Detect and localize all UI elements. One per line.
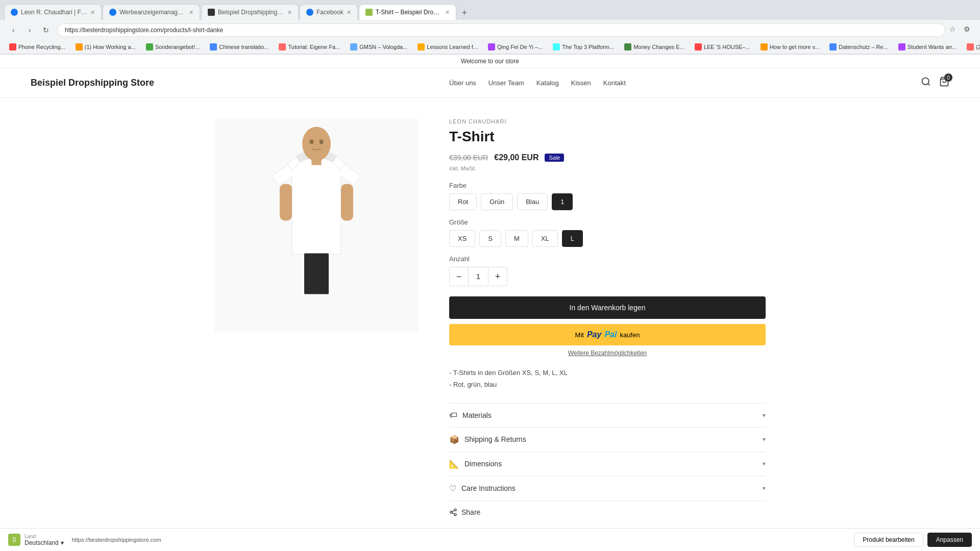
shipping-chevron: ▾ — [763, 436, 766, 443]
search-icon[interactable] — [921, 77, 931, 89]
bookmark-star-icon[interactable]: ☆ — [949, 25, 960, 35]
dimensions-chevron: ▾ — [763, 460, 766, 467]
accordion-dimensions-header[interactable]: 📐 Dimensions ▾ — [449, 452, 766, 476]
bookmark-money[interactable]: Money Changes E... — [621, 42, 688, 52]
edit-product-button[interactable]: Produkt bearbeiten — [854, 533, 923, 547]
tab-5-close[interactable]: ✕ — [445, 9, 450, 16]
tab-1[interactable]: Leon R. Chaudhari | Facebook ✕ — [4, 4, 102, 20]
accordion-shipping-header[interactable]: 📦 Shipping & Returns ▾ — [449, 428, 766, 452]
nav-unser-team[interactable]: Unser Team — [488, 79, 524, 87]
store-logo[interactable]: Beispiel Dropshipping Store — [31, 78, 154, 88]
address-bar: ‹ › ↻ ☆ ⚙ — [0, 20, 980, 40]
color-label: Farbe — [449, 182, 766, 189]
quantity-section: Anzahl − 1 + — [449, 255, 766, 286]
nav-kontakt[interactable]: Kontakt — [603, 79, 626, 87]
size-option-xs[interactable]: XS — [449, 230, 475, 247]
svg-rect-4 — [280, 184, 292, 220]
bookmark-icon — [9, 43, 16, 51]
nav-katalog[interactable]: Katalog — [536, 79, 559, 87]
paypal-mit-label: Mit — [575, 331, 584, 339]
size-option-m[interactable]: M — [505, 230, 528, 247]
size-option-l[interactable]: L — [562, 230, 583, 247]
tab-3-close[interactable]: ✕ — [287, 9, 292, 16]
bookmark-icon — [553, 43, 560, 51]
color-option-rot[interactable]: Rot — [449, 193, 477, 210]
country-selector[interactable]: Deutschland ▾ — [24, 539, 64, 546]
product-bullets: - T-Shirts in den Größen XS, S, M, L, XL… — [449, 367, 766, 391]
tab-5[interactable]: T-Shirt – Beispiel Dropshippin... ✕ — [359, 4, 456, 20]
materials-label: Materials — [462, 411, 492, 419]
tab-4[interactable]: Facebook ✕ — [300, 4, 358, 20]
tab-1-close[interactable]: ✕ — [90, 9, 95, 16]
accordion-materials-header[interactable]: 🏷 Materials ▾ — [449, 404, 766, 427]
tab-2[interactable]: Werbeanzeigemanager – We... ✕ — [103, 4, 200, 20]
color-option-gruen[interactable]: Grün — [481, 193, 513, 210]
color-option-1[interactable]: 1 — [552, 193, 573, 210]
header-icons: 0 — [921, 77, 949, 89]
svg-line-13 — [452, 513, 455, 514]
bullet-2: - Rot, grün, blau — [449, 379, 766, 390]
url-input[interactable] — [57, 23, 945, 37]
share-button[interactable]: Share — [449, 501, 766, 523]
quantity-increase-button[interactable]: + — [488, 267, 507, 286]
quantity-decrease-button[interactable]: − — [450, 267, 468, 286]
bookmark-top3[interactable]: The Top 3 Platform... — [550, 42, 617, 52]
tab-bar: Leon R. Chaudhari | Facebook ✕ Werbeanze… — [0, 0, 980, 20]
add-to-cart-button[interactable]: In den Warenkorb legen — [449, 296, 766, 319]
product-title: T-Shirt — [449, 129, 766, 145]
size-options: XS S M XL L — [449, 230, 766, 247]
bookmark-icon — [279, 43, 286, 51]
price-section: €39,00 EUR €29,00 EUR Sale — [449, 153, 766, 162]
back-button[interactable]: ‹ — [6, 23, 20, 37]
new-tab-button[interactable]: + — [457, 6, 472, 20]
size-option-xl[interactable]: XL — [532, 230, 558, 247]
reload-button[interactable]: ↻ — [39, 23, 53, 37]
bookmark-how-working[interactable]: (1) How Working a... — [72, 42, 139, 52]
tab-2-close[interactable]: ✕ — [189, 9, 193, 16]
bookmark-how-to-add[interactable]: (2) How To Add A... — [964, 42, 980, 52]
tab-3-icon — [208, 9, 215, 16]
bookmark-more-views[interactable]: How to get more v... — [757, 42, 823, 52]
store-header: Beispiel Dropshipping Store Über uns Uns… — [0, 68, 980, 98]
shopify-icon: S — [8, 534, 20, 546]
welcome-bar: Welcome to our store — [0, 55, 980, 68]
bookmark-icon — [761, 43, 768, 51]
tab-1-label: Leon R. Chaudhari | Facebook — [21, 9, 87, 16]
color-option-blau[interactable]: Blau — [517, 193, 548, 210]
bookmark-gmsn[interactable]: GMSN – Vologda... — [347, 42, 410, 52]
svg-point-11 — [450, 511, 452, 513]
bookmark-qing[interactable]: Qing Fei De Yi –... — [485, 42, 546, 52]
cart-icon[interactable]: 0 — [939, 77, 949, 89]
more-payment-link[interactable]: Weitere Bezahlmöglichkeiten — [449, 349, 766, 357]
tab-4-label: Facebook — [316, 9, 344, 16]
paypal-button[interactable]: Mit PayPal kaufen — [449, 324, 766, 345]
accordion-care-header[interactable]: ♡ Care Instructions ▾ — [449, 477, 766, 500]
customize-button[interactable]: Anpassen — [927, 533, 972, 547]
bookmark-chinese[interactable]: Chinese translatio... — [207, 42, 272, 52]
extension-icon[interactable]: ⚙ — [964, 25, 974, 35]
svg-point-12 — [454, 513, 456, 515]
nav-kissen[interactable]: Kissen — [571, 79, 591, 87]
size-option-s[interactable]: S — [479, 230, 501, 247]
bookmark-sonderangebot[interactable]: Sonderangebot!... — [143, 42, 203, 52]
tab-2-icon — [109, 9, 116, 16]
bookmark-datenschutz[interactable]: Datenschutz – Re... — [826, 42, 891, 52]
tab-3-label: Beispiel Dropshipping Store ... — [218, 9, 284, 16]
nav-uber-uns[interactable]: Über uns — [449, 79, 476, 87]
quantity-label: Anzahl — [449, 255, 766, 263]
dimensions-label: Dimensions — [464, 460, 502, 468]
tab-3[interactable]: Beispiel Dropshipping Store ... ✕ — [201, 4, 299, 20]
bookmark-lessons[interactable]: Lessons Learned f... — [414, 42, 481, 52]
forward-button[interactable]: › — [22, 23, 37, 37]
bookmark-lee-house[interactable]: LEE 'S HOUSE–... — [692, 42, 753, 52]
sale-badge: Sale — [545, 154, 564, 162]
bookmark-student[interactable]: Student Wants an... — [895, 42, 960, 52]
welcome-message: Welcome to our store — [461, 58, 519, 65]
bookmark-icon — [418, 43, 425, 51]
care-icon: ♡ — [449, 484, 456, 493]
bookmark-tutorial[interactable]: Tutorial: Eigene Fa... — [276, 42, 343, 52]
browser-chrome: Leon R. Chaudhari | Facebook ✕ Werbeanze… — [0, 0, 980, 55]
bookmark-phone-recycling[interactable]: Phone Recycling... — [6, 42, 68, 52]
tab-4-close[interactable]: ✕ — [347, 9, 351, 16]
shipping-icon: 📦 — [449, 435, 459, 444]
